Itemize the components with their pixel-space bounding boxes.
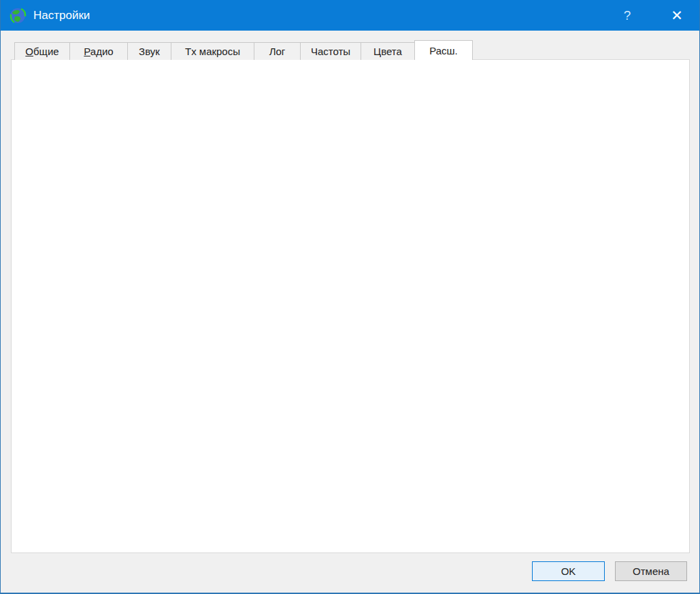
close-button[interactable]: ✕ bbox=[658, 0, 696, 31]
tab-colors[interactable]: Цвета bbox=[361, 42, 415, 60]
cancel-button[interactable]: Отмена bbox=[615, 561, 687, 581]
window-title: Настройки bbox=[33, 0, 90, 31]
title-bar: Настройки ? ✕ bbox=[1, 0, 699, 31]
tab-advanced[interactable]: Расш. bbox=[414, 40, 473, 60]
globe-icon bbox=[9, 6, 27, 24]
tab-radio[interactable]: Радио bbox=[69, 42, 128, 60]
tab-tx-macros[interactable]: Tx макросы bbox=[171, 42, 254, 60]
tab-general[interactable]: Общие bbox=[14, 42, 70, 60]
tab-log[interactable]: Лог bbox=[254, 42, 301, 60]
advanced-tab-pane bbox=[11, 59, 690, 553]
tab-audio[interactable]: Звук bbox=[127, 42, 171, 60]
ok-button[interactable]: OK bbox=[532, 561, 605, 581]
tab-frequencies[interactable]: Частоты bbox=[300, 42, 361, 60]
help-button[interactable]: ? bbox=[612, 0, 643, 31]
settings-window: Настройки ? ✕ Общие Радио Звук Tx макрос… bbox=[0, 0, 700, 594]
